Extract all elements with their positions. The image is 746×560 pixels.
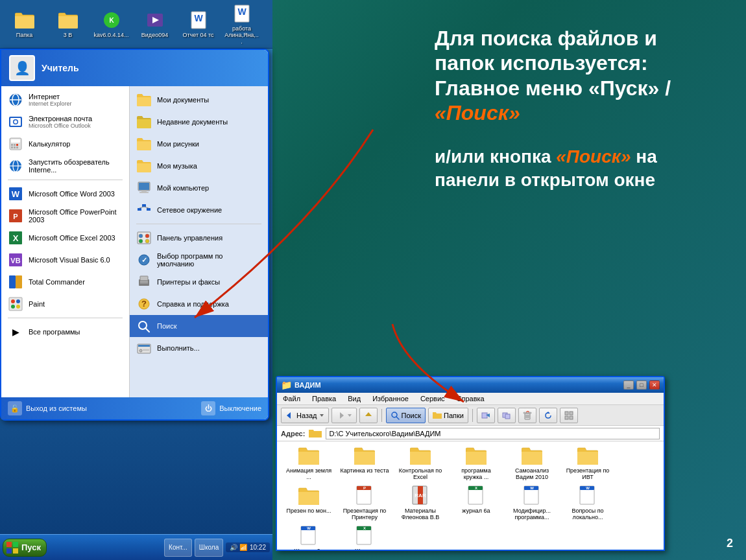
svg-rect-83 xyxy=(505,414,510,419)
svg-point-14 xyxy=(14,121,18,124)
menu-right-music[interactable]: Моя музыка xyxy=(130,155,268,177)
start-label: Пуск xyxy=(21,542,41,552)
svg-rect-94 xyxy=(570,416,573,419)
svg-rect-93 xyxy=(565,416,568,419)
file-item-samoanaliz[interactable]: Самоанализ Вадим 2010 xyxy=(507,445,557,480)
folder-prezivt-icon xyxy=(577,445,598,466)
menu-right-mycomputer[interactable]: Мой компьютер xyxy=(130,177,268,199)
file-item-prezi-printer[interactable]: P Презентация по Принтеру xyxy=(339,485,390,520)
desktop-icon-3v[interactable]: 3 В xyxy=(50,10,86,38)
menu-vb-label: Microsoft Visual Basic 6.0 xyxy=(29,256,123,264)
menu-file[interactable]: Файл xyxy=(281,394,302,403)
close-button[interactable]: ✕ xyxy=(649,380,660,390)
menu-outlook-label: Электронная почта Microsoft Office Outlo… xyxy=(29,115,123,129)
menu-right-run[interactable]: Выполнить... xyxy=(130,337,268,359)
btn-copy[interactable] xyxy=(498,408,516,423)
menu-right-my-docs[interactable]: Мои документы xyxy=(130,89,268,111)
file-item-zhurnal9a[interactable]: W Журнал 9а xyxy=(283,526,334,550)
file-label-zhurnal6a: журнал 6а xyxy=(462,508,490,514)
file-item-prezivt[interactable]: Презентация по ИВТ xyxy=(562,445,613,480)
calc-icon xyxy=(8,136,23,152)
folder-kontrolnaya-icon xyxy=(410,445,431,466)
menu-right-help[interactable]: ? Справка и поддержка xyxy=(130,293,268,315)
menu-right-network[interactable]: Сетевое окружение xyxy=(130,199,268,221)
paint-icon xyxy=(8,296,23,312)
btn-search[interactable]: Поиск xyxy=(386,408,426,423)
file-item-kartinka[interactable]: Картинка из теста xyxy=(339,445,390,480)
btn-undo[interactable] xyxy=(539,408,557,423)
taskbar-btn-shkola[interactable]: Школа xyxy=(195,539,223,557)
menu-view[interactable]: Вид xyxy=(346,394,363,403)
menu-item-ppt[interactable]: P Microsoft Office PowerPoint 2003 xyxy=(1,205,129,227)
menu-item-ie[interactable]: Интернет Internet Explorer xyxy=(1,89,129,111)
btn-folders[interactable]: Папки xyxy=(428,408,468,423)
svg-text:P: P xyxy=(13,213,18,220)
menu-item-excel[interactable]: X Microsoft Office Excel 2003 xyxy=(1,227,129,249)
btn-up[interactable] xyxy=(359,408,378,423)
shutdown-label: Выключение xyxy=(219,404,261,412)
file-item-zhurnal6a[interactable]: X журнал 6а xyxy=(451,485,501,520)
file-label-programma: программа кружка ... xyxy=(451,467,501,480)
taskbar-tray: 🔊 📶 10:22 xyxy=(226,542,270,552)
svg-text:W: W xyxy=(194,13,203,23)
folder-programma-icon xyxy=(466,445,487,466)
desktop-icon-otchet[interactable]: W Отчет 04 тс xyxy=(180,10,216,38)
address-field[interactable] xyxy=(326,428,660,439)
file-item-modifitsir[interactable]: W Модифицир... программа... xyxy=(507,485,557,520)
minimize-button[interactable]: _ xyxy=(623,380,634,390)
ppt-prezi-icon: P xyxy=(354,485,375,506)
menu-item-calc[interactable]: Калькулятор xyxy=(1,133,129,155)
menu-item-outlook[interactable]: Электронная почта Microsoft Office Outlo… xyxy=(1,111,129,133)
svg-marker-90 xyxy=(546,412,550,414)
desktop-icon-kav[interactable]: K kav6.0.4.14... xyxy=(93,10,129,38)
menu-right-controlpanel[interactable]: Панель управления xyxy=(130,227,268,249)
svg-rect-80 xyxy=(482,413,487,418)
menu-right-pictures[interactable]: Мои рисунки xyxy=(130,133,268,155)
svg-text:X: X xyxy=(475,486,477,490)
menu-right-default-programs[interactable]: ✓ Выбор программ по умолчанию xyxy=(130,249,268,271)
desktop-icon-rabota[interactable]: W работа Алина,Яна,... xyxy=(224,3,259,45)
svg-line-79 xyxy=(396,417,399,419)
menu-right-printers[interactable]: Принтеры и факсы xyxy=(130,271,268,293)
menu-favorites[interactable]: Избранное xyxy=(370,394,411,403)
file-item-voprosy[interactable]: W Вопросы по локально... xyxy=(562,485,613,520)
shutdown-button[interactable]: ⏻ Выключение xyxy=(201,401,261,415)
file-item-animaciya[interactable]: Анимация земля ... xyxy=(283,445,334,480)
btn-delete[interactable]: ✕ xyxy=(518,408,536,423)
desktop-icon-video[interactable]: Видео094 xyxy=(137,10,173,38)
menu-item-all-programs[interactable]: ▶ Все программы xyxy=(1,321,129,343)
menu-edit[interactable]: Правка xyxy=(310,394,338,403)
annotation-subtitle: и/или кнопка xyxy=(435,146,556,167)
menu-item-browser[interactable]: Запустить обозреватель Interne... xyxy=(1,155,129,177)
desktop-icon-folder[interactable]: Папка xyxy=(6,10,42,38)
run-label: Выполнить... xyxy=(157,344,200,352)
btn-move[interactable] xyxy=(477,408,495,423)
btn-views[interactable] xyxy=(560,408,578,423)
file-item-kontrolnaya[interactable]: Контрольная по Excel xyxy=(395,445,446,480)
file-label-prezivt: Презентация по ИВТ xyxy=(563,467,612,480)
maximize-button[interactable]: □ xyxy=(636,380,647,390)
menu-word-label: Microsoft Office Word 2003 xyxy=(29,190,123,198)
file-item-materialy[interactable]: RAR Материалы Флеонова В.В xyxy=(395,485,446,520)
file-item-prezi-mon[interactable]: Презен по мон... xyxy=(283,485,334,520)
start-button[interactable]: Пуск xyxy=(3,539,47,557)
pictures-label: Мои рисунки xyxy=(157,140,199,148)
file-item-zhurn-last[interactable]: X Журн... xyxy=(339,526,390,550)
menu-right-recent-docs[interactable]: Недавние документы xyxy=(130,111,268,133)
svg-rect-91 xyxy=(565,412,568,415)
taskbar-btn-kont[interactable]: Конт... xyxy=(164,539,192,557)
logout-button[interactable]: 🔓 Выход из системы xyxy=(8,401,87,415)
start-menu-body: Интернет Internet Explorer Электронная п… xyxy=(1,86,268,397)
menu-item-tc[interactable]: Total Commander xyxy=(1,271,129,293)
btn-back[interactable]: Назад xyxy=(281,408,329,423)
menu-item-word[interactable]: W Microsoft Office Word 2003 xyxy=(1,183,129,205)
menu-item-vb[interactable]: VB Microsoft Visual Basic 6.0 xyxy=(1,249,129,271)
explorer-content: Анимация земля ... Картинка из теста Кон… xyxy=(277,441,664,550)
menu-tools[interactable]: Сервис xyxy=(418,394,447,403)
menu-item-paint[interactable]: Paint xyxy=(1,293,129,315)
menu-right-search[interactable]: Поиск xyxy=(130,315,268,337)
file-item-programma[interactable]: программа кружка ... xyxy=(451,445,501,480)
btn-forward[interactable] xyxy=(331,408,357,423)
menu-help[interactable]: Справка xyxy=(455,394,487,403)
file-label-materialy: Материалы Флеонова В.В xyxy=(396,508,445,520)
